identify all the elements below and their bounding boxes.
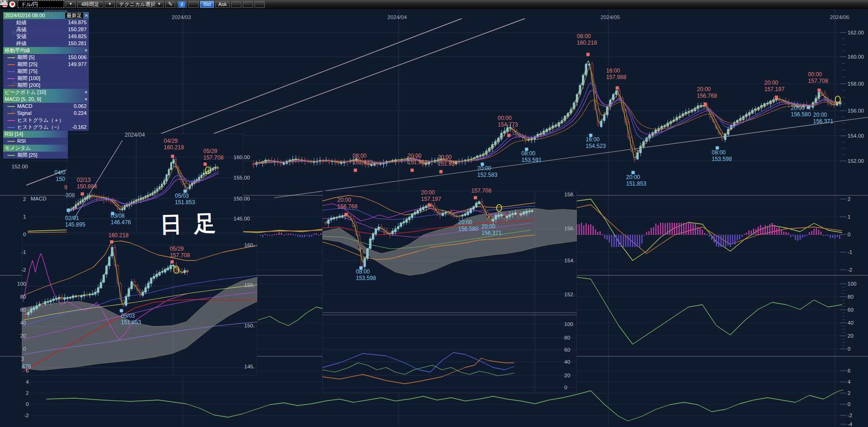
chart-annotation: 00:00157.708 bbox=[808, 72, 828, 84]
y-axis-label: 156. bbox=[564, 226, 574, 232]
y-axis-label: -1 bbox=[848, 249, 852, 255]
legend-row: 期間 [200] bbox=[3, 82, 89, 89]
close-icon[interactable]: × bbox=[85, 12, 88, 19]
chart-annotation: 20:00156.768 bbox=[337, 197, 357, 210]
y-axis-label: 100 bbox=[848, 281, 856, 287]
close-icon[interactable]: × bbox=[85, 96, 87, 103]
indicator-section-header: RSI [14] bbox=[3, 131, 68, 138]
x-axis-label: 2024/04 bbox=[387, 14, 407, 20]
price-marker bbox=[354, 169, 357, 172]
legend-value: 149.977 bbox=[68, 61, 87, 68]
x-axis-label: 2024/05 bbox=[601, 14, 620, 20]
legend-label: 期間 [200] bbox=[17, 82, 40, 89]
y-axis-label: 154. bbox=[564, 258, 574, 264]
chart-annotation: 20:00156.371 bbox=[481, 224, 501, 236]
legend-row: 安値149.825 bbox=[3, 33, 89, 40]
legend-value: -0.162 bbox=[72, 124, 87, 131]
chart-annotation: 20:00156.371 bbox=[813, 112, 833, 125]
y-axis-label: 156.00 bbox=[848, 108, 864, 114]
legend-label: 期間 [75] bbox=[17, 68, 37, 75]
chart-type-button[interactable] bbox=[231, 1, 241, 8]
currency-pair-label: ドル/円 bbox=[21, 1, 38, 8]
legend-line-swatch bbox=[7, 71, 15, 72]
technical-select-button[interactable]: テクニカル選択 ▼ bbox=[116, 1, 164, 8]
chart-annotation: 20:00156.768 bbox=[697, 87, 717, 99]
y-axis-label: 1 bbox=[848, 214, 850, 220]
chart-annotation: 20:00151.853 bbox=[626, 174, 646, 187]
y-axis-label: 150. bbox=[244, 323, 254, 329]
legend-row: ヒストグラム（−）-0.162 bbox=[3, 124, 89, 131]
zoom-in-button[interactable] bbox=[254, 1, 265, 8]
indicator-section-header: 移動平均線× bbox=[3, 47, 89, 54]
pencil-icon: ✎ bbox=[168, 1, 173, 7]
info-button[interactable]: i bbox=[177, 1, 187, 8]
chart-annotation: 20:00151.937 bbox=[438, 154, 458, 167]
legend-row: Signal0.224 bbox=[3, 110, 89, 117]
chart-annotation: 20:00151.952 bbox=[407, 153, 427, 166]
legend-value: 150.281 bbox=[68, 40, 87, 47]
y-axis-label: 154.00 bbox=[848, 133, 864, 139]
legend-row: MACD0.062 bbox=[3, 103, 89, 110]
legend-label: ヒストグラム（−） bbox=[17, 124, 62, 131]
legend-label: 高値 bbox=[16, 26, 27, 33]
chart-annotation: 20:00156.580 bbox=[458, 220, 478, 232]
price-marker bbox=[616, 87, 619, 90]
y-axis-label: 0 bbox=[848, 401, 850, 407]
legend-line-swatch bbox=[7, 85, 15, 86]
y-axis-label: 2 bbox=[26, 390, 29, 396]
timeframe-dropdown-button[interactable]: ▼ bbox=[105, 1, 115, 8]
chart-annotation: 08:00153.598 bbox=[356, 269, 376, 281]
chart-annotation: 3 bbox=[21, 356, 24, 363]
chart-annotation: 05/03151.853 bbox=[121, 313, 141, 326]
y-axis-label: 40 bbox=[848, 320, 854, 326]
price-marker bbox=[120, 309, 123, 313]
chart-annotation: 16:00154.523 bbox=[586, 137, 606, 149]
bid-button[interactable]: Bid bbox=[200, 1, 214, 8]
chart-annotation: 08:00153.591 bbox=[521, 151, 541, 163]
chevron-down-icon: ▼ bbox=[157, 2, 161, 6]
legend-line-swatch bbox=[7, 120, 15, 121]
price-marker bbox=[428, 204, 431, 207]
legend-header: 2024/02/16 08:00 最新足 × bbox=[3, 12, 89, 19]
chart-annotation: 03/08146.476 bbox=[111, 213, 131, 226]
y-axis-label: 0 bbox=[26, 401, 29, 407]
pair-dropdown-button[interactable]: ▼ bbox=[66, 1, 76, 8]
timeframe-select[interactable]: 4時間足 bbox=[77, 1, 103, 8]
y-axis-label: 80 bbox=[20, 294, 26, 300]
zoom-out-button[interactable] bbox=[243, 1, 253, 8]
price-marker bbox=[171, 155, 174, 158]
overlay-chart-window[interactable] bbox=[22, 234, 257, 375]
y-axis-label: -2 bbox=[848, 413, 852, 419]
y-axis-label: 40 bbox=[564, 359, 570, 365]
chart-annotation: 00:00154.773 bbox=[498, 115, 518, 128]
y-axis-label: -2 bbox=[21, 267, 26, 273]
ask-button[interactable]: Ask bbox=[215, 1, 229, 8]
mountain-chart-button[interactable] bbox=[188, 1, 199, 8]
close-icon[interactable]: × bbox=[85, 47, 87, 54]
chart-annotation: 2024/04 bbox=[125, 132, 145, 139]
y-axis-label: 80 bbox=[564, 335, 570, 341]
legend-line-swatch bbox=[7, 64, 15, 65]
y-axis-label: 2 bbox=[848, 196, 850, 202]
indicator-legend-panel[interactable]: 2024/02/16 08:00 最新足 × 始値149.875高値150.28… bbox=[3, 10, 89, 168]
legend-row: 終値150.281 bbox=[3, 40, 89, 47]
chart-annotation: 20:00157.197 bbox=[764, 80, 784, 93]
draw-tool-button[interactable]: ✎ bbox=[165, 1, 175, 8]
y-axis-label: 160. bbox=[244, 242, 254, 248]
legend-line-swatch bbox=[7, 113, 15, 114]
legend-label: 期間 [5] bbox=[17, 54, 34, 61]
chevron-down-icon: ▼ bbox=[69, 2, 73, 6]
y-axis-label: 0 bbox=[564, 385, 567, 391]
price-marker bbox=[775, 96, 778, 99]
y-axis-label: 0 bbox=[23, 232, 26, 238]
y-axis-label: 100 bbox=[564, 321, 573, 327]
y-axis-label: 0 bbox=[848, 232, 850, 238]
y-axis-label: 160.00 bbox=[234, 154, 250, 160]
price-marker bbox=[440, 170, 443, 173]
jp-flag-icon bbox=[9, 1, 15, 7]
currency-pair-select[interactable]: ドル/円 bbox=[18, 0, 64, 8]
chart-annotation: 02/13150.884 bbox=[77, 177, 97, 190]
y-axis-label: 60 bbox=[564, 347, 570, 353]
overlay-chart-window[interactable] bbox=[322, 191, 577, 393]
close-icon[interactable]: × bbox=[85, 89, 87, 96]
